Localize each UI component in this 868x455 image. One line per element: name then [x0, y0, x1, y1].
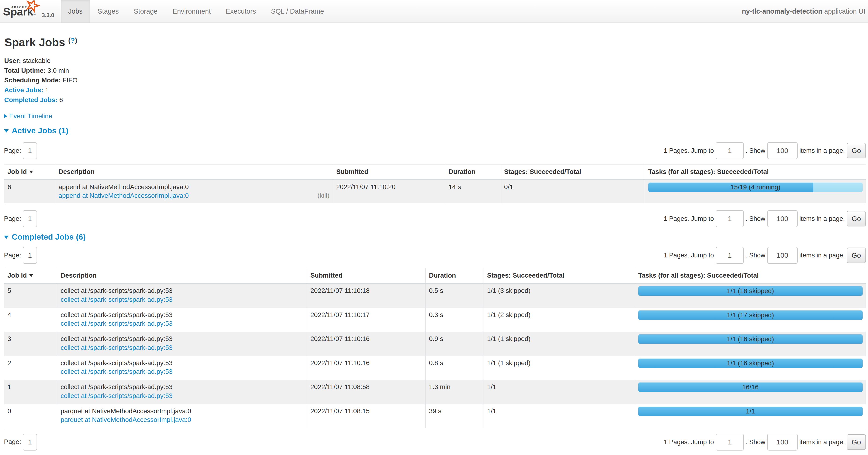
svg-text:TM: TM: [33, 13, 36, 16]
